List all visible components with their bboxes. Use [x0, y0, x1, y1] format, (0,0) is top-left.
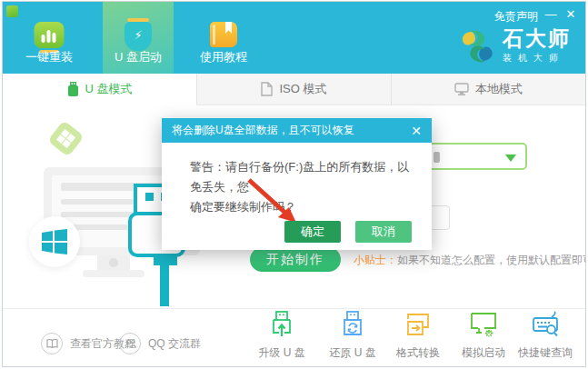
windows-logo-badge — [29, 216, 80, 267]
dialog-close-icon[interactable]: ✕ — [408, 123, 424, 139]
tip-body: 如果不知道怎么配置，使用默认配置即可 — [397, 254, 586, 266]
brand-s-icon — [459, 30, 495, 63]
disclaimer-link[interactable]: 免责声明 — [494, 9, 538, 25]
nav-tab-usb-boot[interactable]: U 盘启动 — [103, 2, 174, 74]
windows-flag-icon — [41, 228, 68, 255]
hotkey-lookup-tool[interactable]: 快捷键查询 — [511, 311, 580, 361]
mode-tab-local[interactable]: 本地模式 — [392, 74, 585, 105]
keyboard-search-icon — [532, 311, 559, 338]
tutorial-book-icon — [41, 333, 63, 354]
tip-text: 小贴士：如果不知道怎么配置，使用默认配置即可 — [354, 253, 586, 268]
format-convert-icon — [404, 311, 432, 338]
iso-file-icon — [261, 82, 273, 96]
cancel-button[interactable]: 取消 — [355, 221, 412, 243]
app-window: 免责声明 — ✕ 石大师 装机大师 一键重装 U 盘启动 使用教程 — [2, 1, 586, 367]
dialog-title: 将会删除U盘全部数据，且不可以恢复 — [162, 118, 432, 143]
bottom-toolbar: 查看官方教程 QQ 交流群 升级 U 盘 — [3, 308, 585, 366]
minimize-button[interactable]: — — [543, 7, 558, 21]
nav-tab-label: 一键重装 — [6, 49, 92, 65]
toolbar-left-label: QQ 交流群 — [148, 336, 201, 352]
start-make-button[interactable]: 开始制作 — [250, 247, 341, 272]
simulate-boot-icon — [470, 311, 497, 338]
toolbar-item-label: 模拟启动 — [449, 345, 518, 361]
nav-tab-label: U 盘启动 — [103, 49, 174, 65]
qq-group-link[interactable]: QQ 交流群 — [119, 333, 201, 354]
nav-tab-label: 使用教程 — [183, 49, 264, 65]
book-icon — [210, 22, 237, 47]
mode-tab-label: 本地模式 — [475, 81, 523, 97]
mode-tab-iso[interactable]: ISO 模式 — [197, 74, 392, 105]
restore-usb-tool[interactable]: 还原 U 盘 — [318, 311, 387, 361]
brand-logo: 石大师 装机大师 — [459, 27, 571, 65]
monitor-icon — [454, 83, 469, 96]
brand-subtitle: 装机大师 — [503, 52, 571, 65]
dropdown-value-fragment — [434, 152, 440, 163]
warning-dialog: 将会删除U盘全部数据，且不可以恢复 ✕ 警告：请自行备份(F:)盘上的所有数据，… — [162, 118, 432, 250]
dialog-warning-text: 警告：请自行备份(F:)盘上的所有数据，以免丢失，您 确定要继续制作吗？ — [190, 157, 413, 217]
toolbar-item-label: 快捷键查询 — [511, 345, 580, 361]
toolbar-item-label: 格式转换 — [384, 345, 453, 361]
tip-label: 小贴士： — [354, 254, 397, 266]
toolbar-item-label: 升级 U 盘 — [247, 345, 316, 361]
mode-tab-usb[interactable]: U 盘模式 — [3, 74, 197, 105]
nav-tab-reinstall[interactable]: 一键重装 — [6, 2, 92, 74]
monitor-stand-dot — [109, 258, 118, 267]
chart-icon — [35, 22, 65, 48]
warning-line-1: 警告：请自行备份(F:)盘上的所有数据，以免丢失，您 — [190, 157, 413, 197]
usb-drive-icon — [67, 82, 79, 97]
mode-tabs: U 盘模式 ISO 模式 本地模式 — [3, 74, 585, 105]
warning-line-2: 确定要继续制作吗？ — [190, 197, 413, 217]
chevron-down-icon — [505, 155, 516, 162]
windows-tile-icon — [47, 120, 85, 157]
format-convert-tool[interactable]: 格式转换 — [384, 311, 453, 361]
confirm-button[interactable]: 确定 — [284, 221, 341, 243]
upgrade-usb-tool[interactable]: 升级 U 盘 — [247, 311, 316, 361]
usb-upgrade-icon — [269, 311, 294, 338]
close-button[interactable]: ✕ — [563, 7, 578, 21]
simulate-boot-tool[interactable]: 模拟启动 — [449, 311, 518, 361]
nav-tab-tutorial[interactable]: 使用教程 — [183, 2, 264, 74]
header: 免责声明 — ✕ 石大师 装机大师 一键重装 U 盘启动 使用教程 — [3, 2, 585, 74]
usb-restore-icon — [340, 311, 365, 338]
people-icon — [119, 333, 141, 354]
brand-name: 石大师 — [503, 27, 571, 49]
toolbar-item-label: 还原 U 盘 — [318, 345, 387, 361]
mode-tab-label: U 盘模式 — [85, 81, 133, 97]
shield-lightning-icon — [125, 22, 152, 51]
mode-tab-label: ISO 模式 — [279, 81, 326, 97]
